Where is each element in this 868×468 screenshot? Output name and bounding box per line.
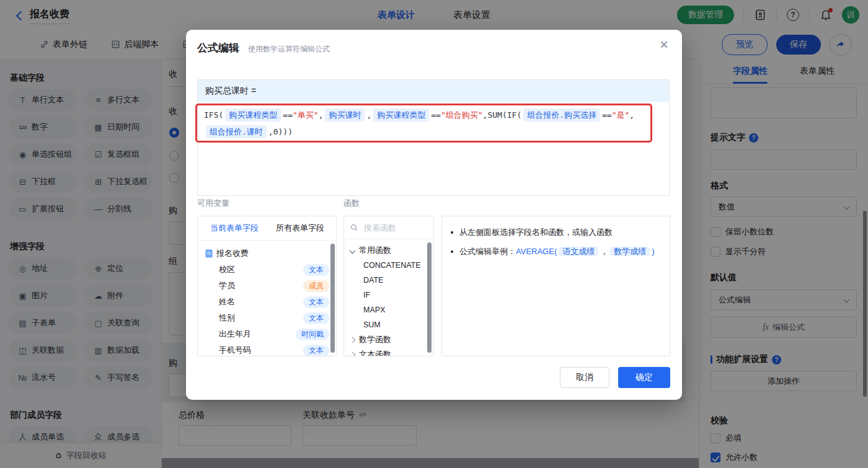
- bullet-icon: [451, 231, 453, 234]
- formula-token: "组合购买": [441, 110, 483, 120]
- function-item[interactable]: SUM: [350, 317, 427, 332]
- functions-panel: 常用函数CONCATENATEDATEIFMAPXSUM数学函数文本函数: [343, 216, 434, 356]
- variable-name: 手机号码: [219, 345, 251, 356]
- variable-item[interactable]: 姓名文本: [205, 294, 329, 310]
- function-group[interactable]: 文本函数: [350, 347, 427, 356]
- cancel-button[interactable]: 取消: [560, 367, 609, 388]
- variables-label: 可用变量: [197, 198, 229, 209]
- modal-subtitle: 使用数学运算符编辑公式: [248, 44, 330, 55]
- function-group[interactable]: 常用函数: [350, 243, 427, 258]
- search-input[interactable]: [363, 223, 427, 233]
- formula-token: ==: [431, 110, 441, 120]
- search-icon: [350, 224, 358, 232]
- bullet-icon: [451, 250, 453, 253]
- formula-token: ==: [602, 110, 612, 120]
- variable-name: 校区: [219, 264, 235, 275]
- formula-token: ,: [366, 110, 371, 120]
- variable-rows: 校区文本学员成员姓名文本性别文本出生年月时间戳手机号码文本: [205, 262, 329, 356]
- formula-token: ,SUM(IF(: [483, 110, 522, 120]
- function-group-label: 数学函数: [359, 334, 391, 345]
- function-group-label: 文本函数: [359, 349, 391, 356]
- form-icon: [205, 249, 213, 258]
- formula-field-chip[interactable]: 购买课程类型: [225, 108, 281, 121]
- formula-field-chip[interactable]: 购买课时: [325, 108, 365, 121]
- confirm-button[interactable]: 确定: [618, 367, 670, 388]
- variable-name: 性别: [219, 312, 235, 324]
- variable-name: 学员: [219, 280, 235, 291]
- functions-label: 函数: [343, 198, 360, 209]
- formula-token: "单买": [293, 110, 319, 120]
- formula-target-field: 购买总课时 =: [198, 80, 669, 102]
- formula-editor[interactable]: 购买总课时 = IFS(购买课程类型=="单买",购买课时,购买课程类型=="组…: [197, 79, 670, 196]
- chevron-right-icon: [350, 337, 356, 343]
- formula-field-chip[interactable]: 组合报价.购买选择: [523, 108, 600, 121]
- variable-type-badge: 文本: [303, 264, 329, 276]
- scrollbar-thumb[interactable]: [330, 244, 335, 353]
- variable-type-badge: 文本: [303, 312, 329, 324]
- variables-tabs: 当前表单字段 所有表单字段: [198, 216, 337, 241]
- variable-item[interactable]: 手机号码文本: [205, 342, 329, 356]
- formula-token: ==: [283, 110, 293, 120]
- formula-field-chip[interactable]: 购买课程类型: [373, 108, 429, 121]
- formula-expression[interactable]: IFS(购买课程类型=="单买",购买课时,购买课程类型=="组合购买",SUM…: [198, 102, 657, 145]
- variable-type-badge: 文本: [303, 296, 329, 308]
- formula-token: "是": [612, 110, 630, 120]
- formula-token: ,0))): [268, 127, 293, 136]
- function-item[interactable]: MAPX: [350, 302, 427, 317]
- variable-item[interactable]: 出生年月时间戳: [205, 326, 329, 342]
- function-group-label: 常用函数: [359, 245, 391, 256]
- close-icon[interactable]: ×: [660, 37, 668, 52]
- formula-field-chip[interactable]: 组合报价.课时: [206, 125, 267, 138]
- formula-help-panel: 从左侧面板选择字段名和函数，或输入函数 公式编辑举例：AVERAGE(语文成绩，…: [441, 216, 670, 356]
- formula-token: ,: [319, 110, 324, 120]
- function-item[interactable]: DATE: [350, 273, 427, 288]
- variable-name: 姓名: [219, 296, 235, 307]
- formula-token: ,: [629, 110, 634, 120]
- variable-type-badge: 时间戳: [296, 329, 329, 340]
- functions-tree: 常用函数CONCATENATEDATEIFMAPXSUM数学函数文本函数: [344, 239, 433, 356]
- variable-item[interactable]: 校区文本: [205, 262, 329, 278]
- variable-item[interactable]: 性别文本: [205, 310, 329, 326]
- help-tip-2: 公式编辑举例：AVERAGE(语文成绩，数学成绩): [451, 245, 661, 258]
- formula-editor-modal: 公式编辑 使用数学运算符编辑公式 × 购买总课时 = IFS(购买课程类型=="…: [186, 30, 682, 400]
- function-item[interactable]: CONCATENATE: [350, 258, 427, 273]
- variable-name: 出生年月: [219, 329, 251, 340]
- help-tip-1: 从左侧面板选择字段名和函数，或输入函数: [451, 226, 661, 239]
- function-search[interactable]: [344, 216, 433, 239]
- variable-item[interactable]: 学员成员: [205, 278, 329, 294]
- form-node[interactable]: 报名收费: [205, 245, 329, 262]
- chevron-down-icon: [350, 247, 356, 254]
- modal-title: 公式编辑: [197, 41, 239, 55]
- tab-all-form-fields[interactable]: 所有表单字段: [276, 223, 324, 234]
- chevron-right-icon: [350, 351, 356, 356]
- tab-current-form-fields[interactable]: 当前表单字段: [210, 223, 259, 234]
- help-example: 公式编辑举例：AVERAGE(语文成绩，数学成绩): [459, 245, 655, 258]
- variable-type-badge: 成员: [303, 280, 329, 292]
- variables-tree: 报名收费 校区文本学员成员姓名文本性别文本出生年月时间戳手机号码文本: [198, 241, 337, 356]
- formula-token: IFS(: [204, 110, 223, 120]
- function-group[interactable]: 数学函数: [350, 332, 427, 347]
- scrollbar-thumb[interactable]: [427, 242, 432, 353]
- variable-type-badge: 文本: [303, 345, 329, 356]
- function-item[interactable]: IF: [350, 288, 427, 302]
- variables-panel: 当前表单字段 所有表单字段 报名收费 校区文本学员成员姓名文本性别文本出生年月时…: [197, 216, 337, 356]
